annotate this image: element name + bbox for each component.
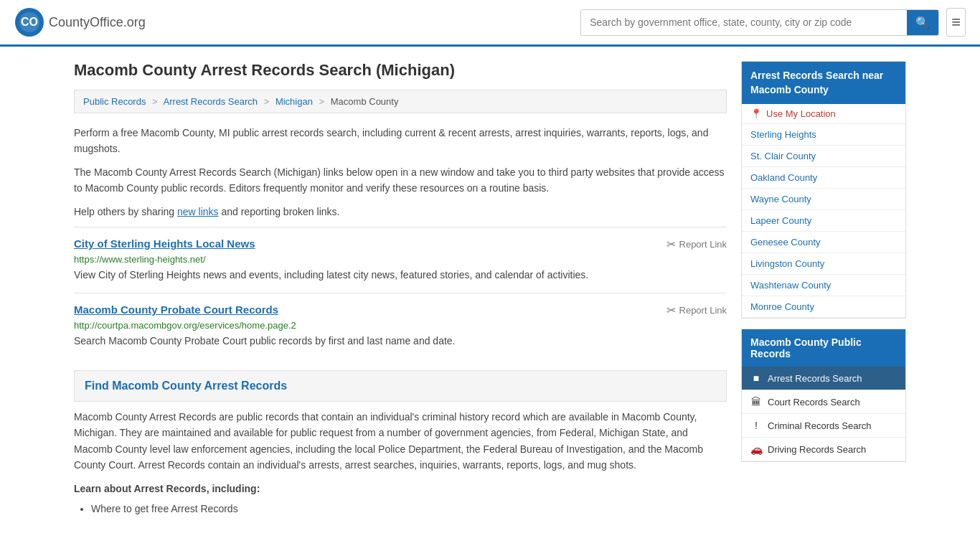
report-icon-1: ✂	[666, 303, 676, 317]
desc-para-3: Help others by sharing new links and rep…	[74, 204, 727, 220]
link-item-1-title[interactable]: Macomb County Probate Court Records	[74, 303, 278, 316]
breadcrumb-current: Macomb County	[331, 96, 399, 107]
record-item-0[interactable]: ■ Arrest Records Search	[742, 367, 905, 390]
link-item-0: City of Sterling Heights Local News ✂ Re…	[74, 227, 727, 293]
svg-text:CO: CO	[21, 16, 38, 28]
description-block: Perform a free Macomb County, MI public …	[74, 125, 727, 220]
nearby-title: Arrest Records Search near Macomb County	[742, 62, 905, 104]
new-links-link[interactable]: new links	[177, 206, 219, 217]
nearby-link-5[interactable]: Genesee County	[742, 232, 905, 253]
link-item-0-url[interactable]: https://www.sterling-heights.net/	[74, 254, 727, 265]
court-records-icon: 🏛	[750, 396, 762, 408]
main-container: Macomb County Arrest Records Search (Mic…	[60, 47, 920, 534]
find-section: Find Macomb County Arrest Records	[74, 370, 727, 402]
arrest-records-label: Arrest Records Search	[768, 373, 862, 384]
nearby-link-7[interactable]: Washtenaw County	[742, 275, 905, 296]
sidebar: Arrest Records Search near Macomb County…	[741, 61, 906, 519]
report-link-0[interactable]: ✂ Report Link	[666, 237, 727, 251]
link-item-0-header: City of Sterling Heights Local News ✂ Re…	[74, 237, 727, 251]
desc-suffix: and reporting broken links.	[219, 206, 340, 217]
desc-para-1: Perform a free Macomb County, MI public …	[74, 125, 727, 157]
link-item-1-header: Macomb County Probate Court Records ✂ Re…	[74, 303, 727, 317]
breadcrumb-public-records[interactable]: Public Records	[83, 96, 146, 107]
learn-item-0: Where to get free Arrest Records	[91, 501, 727, 517]
public-records-box: Macomb County Public Records ■ Arrest Re…	[741, 329, 906, 462]
driving-records-icon: 🚗	[750, 443, 762, 455]
nearby-link-4[interactable]: Lapeer County	[742, 210, 905, 232]
breadcrumb-sep-1: >	[152, 96, 158, 107]
nearby-link-3[interactable]: Wayne County	[742, 189, 905, 210]
learn-title: Learn about Arrest Records, including:	[74, 483, 260, 494]
link-item-1-desc: Search Macomb County Probate Court publi…	[74, 334, 727, 349]
search-bar: 🔍	[580, 9, 939, 36]
use-location-button[interactable]: 📍 Use My Location	[742, 104, 905, 124]
find-section-title: Find Macomb County Arrest Records	[85, 380, 716, 392]
nearby-link-1[interactable]: St. Clair County	[742, 146, 905, 167]
location-pin-icon: 📍	[750, 108, 762, 119]
driving-records-label: Driving Records Search	[768, 444, 866, 455]
criminal-records-label: Criminal Records Search	[768, 420, 872, 431]
search-button[interactable]: 🔍	[907, 10, 938, 35]
breadcrumb: Public Records > Arrest Records Search >…	[74, 90, 727, 113]
criminal-records-icon: !	[750, 420, 762, 431]
logo-text: CountyOffice.org	[49, 15, 146, 30]
learn-list: Where to get free Arrest Records	[74, 501, 727, 517]
nearby-link-6[interactable]: Livingston County	[742, 253, 905, 275]
nearby-link-2[interactable]: Oakland County	[742, 167, 905, 189]
nearby-link-8[interactable]: Monroe County	[742, 296, 905, 318]
court-records-label: Court Records Search	[768, 397, 860, 408]
record-item-2[interactable]: ! Criminal Records Search	[742, 414, 905, 438]
search-input[interactable]	[581, 11, 907, 34]
link-item-0-title[interactable]: City of Sterling Heights Local News	[74, 237, 255, 250]
nearby-box: Arrest Records Search near Macomb County…	[741, 61, 906, 319]
link-item-1: Macomb County Probate Court Records ✂ Re…	[74, 293, 727, 359]
header-right: 🔍 ≡	[580, 8, 966, 37]
hamburger-menu-icon[interactable]: ≡	[946, 8, 966, 37]
desc-prefix: Help others by sharing	[74, 206, 177, 217]
logo[interactable]: CO CountyOffice.org	[14, 7, 146, 37]
public-records-title: Macomb County Public Records	[742, 329, 905, 367]
desc-para-2: The Macomb County Arrest Records Search …	[74, 164, 727, 197]
site-header: CO CountyOffice.org 🔍 ≡	[0, 0, 980, 47]
link-item-1-url[interactable]: http://courtpa.macombgov.org/eservices/h…	[74, 320, 727, 331]
content-area: Macomb County Arrest Records Search (Mic…	[74, 61, 727, 519]
arrest-records-icon: ■	[750, 372, 762, 384]
report-link-1[interactable]: ✂ Report Link	[666, 303, 727, 317]
record-item-3[interactable]: 🚗 Driving Records Search	[742, 438, 905, 461]
breadcrumb-arrest-records[interactable]: Arrest Records Search	[164, 96, 258, 107]
report-icon-0: ✂	[666, 237, 676, 251]
link-item-0-desc: View City of Sterling Heights news and e…	[74, 268, 727, 283]
page-title: Macomb County Arrest Records Search (Mic…	[74, 61, 727, 80]
record-item-1[interactable]: 🏛 Court Records Search	[742, 390, 905, 414]
nearby-link-0[interactable]: Sterling Heights	[742, 124, 905, 146]
breadcrumb-michigan[interactable]: Michigan	[275, 96, 313, 107]
logo-icon: CO	[14, 7, 44, 37]
breadcrumb-sep-3: >	[319, 96, 325, 107]
find-body-text: Macomb County Arrest Records are public …	[74, 409, 727, 474]
find-body: Macomb County Arrest Records are public …	[74, 409, 727, 517]
breadcrumb-sep-2: >	[264, 96, 270, 107]
